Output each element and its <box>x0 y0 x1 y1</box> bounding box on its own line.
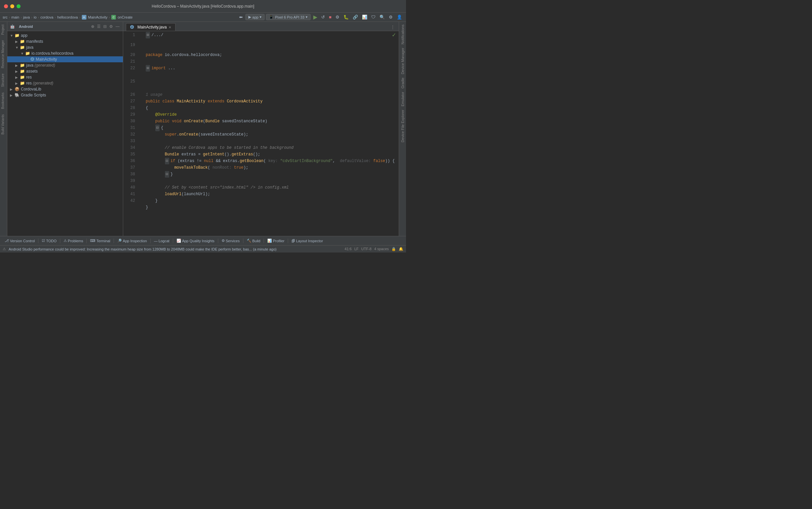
sort-icon[interactable]: ☰ <box>96 24 101 30</box>
breadcrumb-oncreate[interactable]: onCreate <box>117 15 133 19</box>
bt-problems[interactable]: ⚠ Problems <box>62 238 85 244</box>
attach-debugger-icon[interactable]: 🔗 <box>352 14 359 20</box>
run-button[interactable]: ▶ <box>312 13 319 21</box>
activity-icon-mainactivity: 🅐 <box>31 57 34 62</box>
tree-item-cordovalib[interactable]: ▶ 📦 CordovaLib <box>7 86 123 92</box>
sidebar-label-resource-manager[interactable]: Resource Manager <box>0 37 7 71</box>
expand-arrow-package: ▼ <box>21 52 25 55</box>
bt-version-control[interactable]: ⎇ Version Control <box>3 238 37 244</box>
bt-label-terminal: Terminal <box>96 239 110 243</box>
status-message[interactable]: Android Studio performance could be impr… <box>9 247 342 251</box>
stop-button[interactable]: ■ <box>328 14 333 20</box>
breadcrumb-hellocordova[interactable]: hellocordova <box>57 15 78 19</box>
sidebar-device-file-explorer[interactable]: Device File Explorer <box>400 108 405 143</box>
bt-terminal[interactable]: ⌨ Terminal <box>88 238 112 244</box>
cursor-position[interactable]: 41:6 <box>345 247 352 251</box>
coverage-button[interactable]: 🛡 <box>370 14 377 20</box>
bt-services[interactable]: ⚙ Services <box>220 238 242 244</box>
tree-item-gradle-scripts[interactable]: ▶ 🐘 Gradle Scripts <box>7 92 123 98</box>
android-icon: 🤖 <box>10 24 15 29</box>
encoding[interactable]: UTF-8 <box>361 247 372 251</box>
tree-item-res-generated[interactable]: ▶ 📁 res (generated) <box>7 80 123 86</box>
close-button[interactable] <box>4 4 8 8</box>
tree-item-package[interactable]: ▼ 📁 io.cordova.hellocordova <box>7 50 123 56</box>
bt-profiler[interactable]: 📊 Profiler <box>265 238 287 244</box>
tree-item-res[interactable]: ▶ 📁 res <box>7 74 123 80</box>
code-content[interactable]: ⊞ /.../ package io.cordova.hellocordova;… <box>143 31 399 236</box>
indent-info[interactable]: 4 spaces <box>374 247 389 251</box>
oncreate-icon: C <box>111 15 116 20</box>
sidebar-notifications[interactable]: Notifications <box>400 23 405 46</box>
collapse-icon[interactable]: — <box>115 24 120 30</box>
run-config-dropdown[interactable]: ▶ app ▾ <box>246 14 265 20</box>
debug-button[interactable]: 🐛 <box>342 14 350 20</box>
navigate-back-icon[interactable]: ⬅ <box>238 14 244 20</box>
code-line-35: ⊟ if (extras != null && extras. getBoole… <box>143 158 399 164</box>
editor-scroll-area: 1 19 20 21 22 25 26 27 28 29 30 31 32 33… <box>123 31 399 236</box>
sync-button[interactable]: ⚙ <box>334 14 341 20</box>
breadcrumb-mainactivity[interactable]: MainActivity <box>88 15 108 19</box>
tree-item-app[interactable]: ▼ 📁 app <box>7 32 123 38</box>
bt-layout-inspector[interactable]: 🗐 Layout Inspector <box>289 238 325 244</box>
add-icon[interactable]: ⊕ <box>90 24 95 30</box>
search-everywhere-icon[interactable]: 🔍 <box>378 14 386 20</box>
code-line-33: // enable Cordova apps to be started in … <box>143 144 399 151</box>
todo-icon: ☑ <box>42 239 45 243</box>
avatar-icon[interactable]: 👤 <box>395 14 403 20</box>
bt-app-inspection[interactable]: 🔎 App Inspection <box>115 238 149 244</box>
minimize-button[interactable] <box>10 4 14 8</box>
tree-item-manifests[interactable]: ▶ 📁 manifests <box>7 38 123 44</box>
status-bar: ⚠ Android Studio performance could be im… <box>0 245 406 252</box>
tab-label-mainactivity: MainActivity.java <box>138 25 167 30</box>
editor-checkmark: ✓ <box>392 32 396 38</box>
gear-icon[interactable]: ⚙ <box>109 24 114 30</box>
breadcrumb-io[interactable]: io <box>34 15 37 19</box>
bt-label-profiler: Profiler <box>273 239 285 243</box>
expand-arrow-java: ▼ <box>15 46 19 49</box>
device-icon: 📱 <box>269 15 273 19</box>
breadcrumb-java[interactable]: java <box>23 15 30 19</box>
sidebar-label-build-variants[interactable]: Build Variants <box>0 112 7 137</box>
sidebar-label-project[interactable]: Project <box>0 22 7 37</box>
breadcrumb-src[interactable]: src <box>3 15 8 19</box>
code-line-25 <box>143 72 399 92</box>
line-ending[interactable]: LF <box>354 247 359 251</box>
breadcrumb-cordova[interactable]: cordova <box>40 15 53 19</box>
app-quality-icon: 📈 <box>177 239 181 243</box>
tab-mainactivity[interactable]: 🅐 MainActivity.java ✕ <box>126 23 176 31</box>
bt-sep-3 <box>86 239 87 243</box>
code-line-39: // Set by <content src="index.html" /> i… <box>143 184 399 191</box>
code-line-30: ⊟ { <box>143 125 399 131</box>
bt-app-quality[interactable]: 📈 App Quality Insights <box>175 238 217 244</box>
rerun-button[interactable]: ↺ <box>320 14 326 20</box>
chevron-down-icon: ▾ <box>260 15 262 19</box>
profile-button[interactable]: 📊 <box>361 14 369 20</box>
tab-close-mainactivity[interactable]: ✕ <box>169 26 171 29</box>
tree-label-cordovalib: CordovaLib <box>21 87 41 92</box>
tree-item-java-generated[interactable]: ▶ 📁 java (generated) <box>7 62 123 68</box>
settings-icon[interactable]: ⚙ <box>387 14 394 20</box>
sidebar-label-bookmarks[interactable]: Bookmarks <box>0 90 7 112</box>
sidebar-gradle[interactable]: Gradle <box>400 76 405 90</box>
left-sidebar: Project Resource Manager Structure Bookm… <box>0 22 7 236</box>
tree-item-assets[interactable]: ▶ 📁 assets <box>7 68 123 74</box>
tabs-overflow-menu[interactable]: ⋮ <box>390 24 396 31</box>
bt-todo[interactable]: ☑ TODO <box>40 238 59 244</box>
breadcrumb-main[interactable]: main <box>11 15 19 19</box>
tree-item-mainactivity[interactable]: ▶ 🅐 MainActivity <box>7 56 123 62</box>
line-numbers: 1 19 20 21 22 25 26 27 28 29 30 31 32 33… <box>123 31 138 236</box>
sidebar-label-structure[interactable]: Structure <box>0 71 7 90</box>
sidebar-emulator[interactable]: Emulator <box>400 91 405 108</box>
filter-icon[interactable]: ⊟ <box>103 24 107 30</box>
maximize-button[interactable] <box>16 4 21 8</box>
bt-logcat[interactable]: — Logcat <box>152 238 172 244</box>
build-icon: 🔨 <box>247 239 251 243</box>
breadcrumb-bar: src › main › java › io › cordova › hello… <box>0 12 406 22</box>
bt-label-services: Services <box>226 239 240 243</box>
tree-item-java[interactable]: ▼ 📁 java <box>7 44 123 50</box>
sidebar-device-manager[interactable]: Device Manager <box>400 46 405 75</box>
bt-sep-4 <box>114 239 114 243</box>
device-label: Pixel 6 Pro API 33 <box>275 15 304 19</box>
device-dropdown[interactable]: 📱 Pixel 6 Pro API 33 ▾ <box>266 14 310 20</box>
bt-build[interactable]: 🔨 Build <box>245 238 262 244</box>
